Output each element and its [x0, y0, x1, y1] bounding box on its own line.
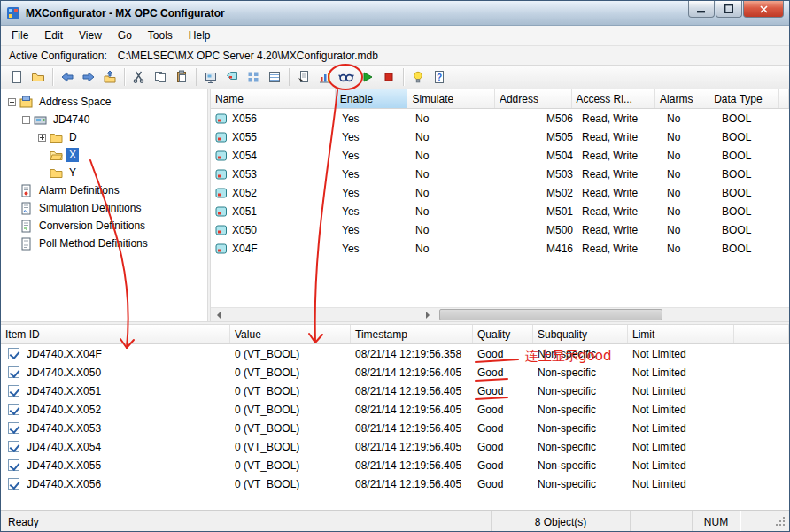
column-header-limit[interactable]: Limit [628, 325, 734, 343]
details-view-icon[interactable] [264, 67, 284, 88]
row-checkbox-checked[interactable] [8, 422, 19, 434]
menu-file[interactable]: File [4, 27, 36, 44]
window-title: MXConfigurator - MX OPC Configurator [26, 7, 225, 19]
row-checkbox-checked[interactable] [8, 385, 19, 397]
close-button[interactable] [743, 1, 784, 18]
statistics-icon[interactable] [314, 67, 335, 88]
tag-row[interactable]: X050 Yes No M500 Read, Write No BOOL [211, 220, 789, 239]
scroll-left-button[interactable] [211, 308, 226, 321]
column-header-address[interactable]: Address [495, 89, 572, 108]
row-checkbox-checked[interactable] [8, 478, 19, 490]
monitor-timestamp-cell: 08/21/14 12:19:56.358 [351, 348, 473, 360]
tag-enable-cell: Yes [337, 150, 411, 162]
tag-icon [215, 243, 228, 255]
monitor-row[interactable]: JD4740.X.X050 0 (VT_BOOL) 08/21/14 12:19… [1, 363, 789, 382]
minimize-button[interactable] [688, 1, 715, 18]
monitor-value-cell: 0 (VT_BOOL) [230, 366, 351, 379]
column-header-alarms[interactable]: Alarms [655, 89, 709, 108]
tag-row[interactable]: X053 Yes No M503 Read, Write No BOOL [211, 165, 789, 183]
help-about-icon[interactable]: ? [429, 67, 449, 88]
menu-help[interactable]: Help [181, 27, 219, 44]
monitor-view-icon[interactable] [336, 67, 356, 88]
tree-item-simulation-definitions[interactable]: Simulation Definitions [1, 199, 207, 217]
monitor-row[interactable]: JD4740.X.X055 0 (VT_BOOL) 08/21/14 12:19… [1, 456, 789, 474]
tag-grid-panel: Name Enable Simulate Address Access Ri..… [211, 89, 789, 321]
column-header-quality[interactable]: Quality [473, 325, 533, 343]
column-header-name[interactable]: Name [211, 89, 336, 108]
monitor-row[interactable]: JD4740.X.X054 0 (VT_BOOL) 08/21/14 12:19… [1, 437, 789, 456]
column-header-subquality[interactable]: Subquality [533, 325, 628, 343]
tag-grid-header: Name Enable Simulate Address Access Ri..… [211, 89, 789, 109]
scrollbar-thumb[interactable] [439, 309, 662, 320]
tag-icon [215, 150, 228, 162]
column-header-value[interactable]: Value [230, 325, 351, 343]
tag-simulate-cell: No [411, 205, 500, 218]
column-header-item-id[interactable]: Item ID [1, 325, 230, 343]
collapse-expander-icon[interactable] [22, 116, 30, 124]
menu-edit[interactable]: Edit [36, 27, 71, 44]
row-checkbox-checked[interactable] [8, 441, 19, 452]
new-tag-icon[interactable] [221, 67, 242, 88]
back-icon[interactable] [57, 67, 77, 88]
row-checkbox-checked[interactable] [8, 459, 19, 471]
large-icons-view-icon[interactable] [243, 67, 263, 88]
tag-row[interactable]: X052 Yes No M502 Read, Write No BOOL [211, 183, 789, 202]
new-document-icon[interactable] [6, 67, 27, 88]
paste-icon[interactable] [171, 67, 191, 88]
tag-data-type-cell: BOOL [717, 131, 788, 143]
start-monitor-icon[interactable] [357, 67, 377, 88]
maximize-button[interactable] [716, 1, 742, 18]
monitor-row[interactable]: JD4740.X.X053 0 (VT_BOOL) 08/21/14 12:19… [1, 419, 789, 437]
column-header-simulate[interactable]: Simulate [407, 89, 494, 108]
tips-icon[interactable] [407, 67, 428, 88]
tree-item-alarm-definitions[interactable]: Alarm Definitions [1, 181, 207, 199]
status-resize-grip[interactable] [740, 511, 789, 532]
column-header-timestamp[interactable]: Timestamp [351, 325, 473, 343]
column-header-data-type[interactable]: Data Type [709, 89, 779, 108]
row-checkbox-checked[interactable] [8, 366, 19, 378]
monitor-row[interactable]: JD4740.X.X051 0 (VT_BOOL) 08/21/14 12:19… [1, 382, 789, 400]
up-one-level-icon[interactable] [99, 67, 120, 88]
copy-icon[interactable] [150, 67, 170, 88]
expand-expander-icon[interactable] [38, 134, 46, 142]
tag-row[interactable]: X04F Yes No M416 Read, Write No BOOL [211, 239, 789, 258]
folder-icon [50, 131, 63, 144]
collapse-expander-icon[interactable] [8, 98, 16, 106]
forward-icon[interactable] [78, 67, 98, 88]
monitor-limit-cell: Not Limited [628, 478, 734, 490]
menu-go[interactable]: Go [110, 27, 140, 44]
row-checkbox-checked[interactable] [8, 348, 19, 359]
scroll-right-button[interactable] [421, 308, 436, 321]
horizontal-scrollbar[interactable] [211, 307, 789, 321]
column-header-access-rights[interactable]: Access Ri... [572, 89, 656, 108]
new-device-icon[interactable] [200, 67, 221, 88]
open-configuration-icon[interactable] [27, 67, 48, 88]
tree-item-address-space[interactable]: Address Space [1, 93, 207, 111]
tag-access-rights-cell: Read, Write [577, 243, 662, 255]
row-checkbox-checked[interactable] [8, 404, 19, 415]
monitor-row[interactable]: JD4740.X.X056 0 (VT_BOOL) 08/21/14 12:19… [1, 474, 789, 493]
tag-alarms-cell: No [662, 150, 717, 162]
tag-address-cell: M416 [500, 243, 577, 255]
properties-icon[interactable] [293, 67, 314, 88]
tag-row[interactable]: X056 Yes No M506 Read, Write No BOOL [211, 109, 789, 127]
tree-item-folder-x-selected[interactable]: X [1, 146, 207, 164]
monitor-row[interactable]: JD4740.X.X052 0 (VT_BOOL) 08/21/14 12:19… [1, 400, 789, 419]
tag-row[interactable]: X051 Yes No M501 Read, Write No BOOL [211, 202, 789, 220]
stop-monitor-icon[interactable] [378, 67, 399, 88]
tree-item-conversion-definitions[interactable]: Conversion Definitions [1, 217, 207, 235]
monitor-row[interactable]: JD4740.X.X04F 0 (VT_BOOL) 08/21/14 12:19… [1, 344, 789, 363]
menu-tools[interactable]: Tools [140, 27, 181, 44]
tree-item-poll-method-definitions[interactable]: Poll Method Definitions [1, 235, 207, 252]
tree-item-folder-y[interactable]: Y [1, 164, 207, 181]
column-header-enable[interactable]: Enable [336, 89, 408, 108]
tree-item-folder-d[interactable]: D [1, 128, 207, 146]
tag-alarms-cell: No [662, 224, 717, 236]
cut-icon[interactable] [128, 67, 149, 88]
monitor-quality-cell: Good [473, 422, 533, 435]
tree-item-device-jd4740[interactable]: JD4740 [1, 111, 207, 128]
tag-row[interactable]: X054 Yes No M504 Read, Write No BOOL [211, 146, 789, 165]
menu-view[interactable]: View [71, 27, 110, 44]
monitor-limit-cell: Not Limited [628, 366, 734, 379]
tag-row[interactable]: X055 Yes No M505 Read, Write No BOOL [211, 127, 789, 146]
